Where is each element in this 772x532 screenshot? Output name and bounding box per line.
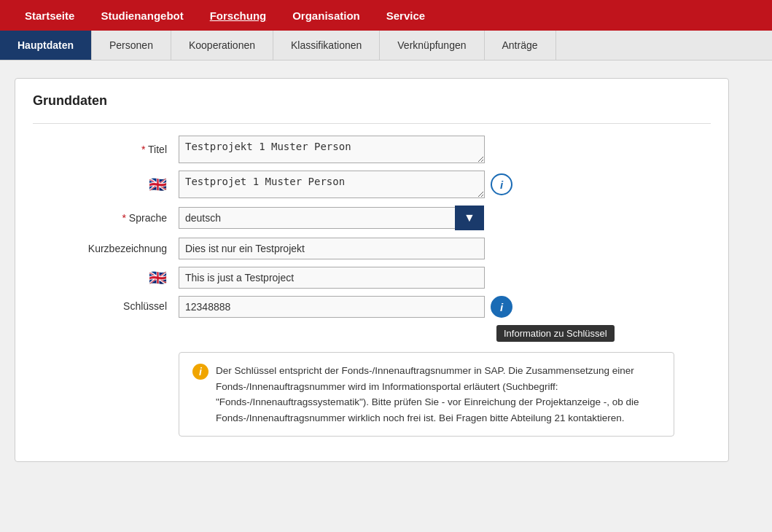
required-star: * bbox=[141, 144, 148, 155]
card-title: Grunddaten bbox=[33, 93, 711, 109]
schluessel-field-group: i Information zu Schlüssel i Der Schlüss… bbox=[179, 296, 711, 437]
titel-de-field-group bbox=[179, 136, 711, 163]
nav-forschung[interactable]: Forschung bbox=[197, 0, 280, 31]
uk-flag-kurz: 🇬🇧 bbox=[149, 270, 167, 286]
tab-bar: Hauptdaten Personen Kooperationen Klassi… bbox=[0, 31, 772, 60]
tab-antraege[interactable]: Anträge bbox=[485, 31, 556, 60]
tab-hauptdaten[interactable]: Hauptdaten bbox=[0, 31, 92, 60]
kurz-de-field-group bbox=[179, 238, 711, 259]
titel-de-row: * Titel bbox=[33, 136, 711, 163]
schluessel-label: Schlüssel bbox=[33, 296, 179, 312]
schluessel-tooltip-label: Information zu Schlüssel bbox=[496, 325, 615, 342]
titel-label: * Titel bbox=[33, 144, 179, 155]
required-star-sprache: * bbox=[122, 212, 129, 224]
info-circle-icon: i bbox=[192, 364, 208, 380]
kurz-de-input[interactable] bbox=[179, 238, 485, 259]
tab-personen[interactable]: Personen bbox=[92, 31, 171, 60]
sprache-select[interactable]: deutsch bbox=[179, 207, 456, 229]
kurz-en-input[interactable] bbox=[179, 267, 485, 289]
main-content: Grunddaten * Titel 🇬🇧 i bbox=[0, 60, 772, 480]
nav-service[interactable]: Service bbox=[373, 0, 438, 31]
uk-flag-titel: 🇬🇧 bbox=[149, 176, 167, 192]
titel-de-input[interactable] bbox=[179, 136, 485, 163]
top-navigation: Startseite Studienangebot Forschung Orga… bbox=[0, 0, 772, 31]
tab-verknuepfungen[interactable]: Verknüpfungen bbox=[380, 31, 484, 60]
titel-en-field-group: i bbox=[179, 171, 711, 198]
sprache-container: deutsch ▼ bbox=[179, 206, 484, 230]
nav-organisation[interactable]: Organisation bbox=[279, 0, 373, 31]
kurz-en-field-group bbox=[179, 267, 711, 289]
sprache-dropdown-btn[interactable]: ▼ bbox=[455, 206, 484, 230]
titel-en-input[interactable] bbox=[179, 171, 485, 198]
info-box-content: i Der Schlüssel entspricht der Fonds-/In… bbox=[192, 363, 660, 426]
sprache-label: * Sprache bbox=[33, 212, 179, 224]
grunddaten-card: Grunddaten * Titel 🇬🇧 i bbox=[15, 78, 729, 462]
kurz-de-row: Kurzbezeichnung bbox=[33, 238, 711, 259]
schluessel-info-button[interactable]: i bbox=[491, 296, 512, 318]
schluessel-input[interactable] bbox=[179, 296, 485, 318]
sprache-row: * Sprache deutsch ▼ bbox=[33, 206, 711, 230]
kurz-label: Kurzbezeichnung bbox=[33, 243, 179, 254]
kurz-en-row: 🇬🇧 bbox=[33, 267, 711, 289]
tab-kooperationen[interactable]: Kooperationen bbox=[171, 31, 273, 60]
schluessel-row: Schlüssel i Information zu Schlüssel i bbox=[33, 296, 711, 437]
kurz-en-label: 🇬🇧 bbox=[33, 269, 179, 286]
titel-en-info-button[interactable]: i bbox=[491, 173, 512, 195]
nav-startseite[interactable]: Startseite bbox=[12, 0, 87, 31]
nav-studienangebot[interactable]: Studienangebot bbox=[87, 0, 196, 31]
titel-en-label: 🇬🇧 bbox=[33, 176, 179, 193]
sprache-field-group: deutsch ▼ bbox=[179, 206, 711, 230]
schluessel-info-box: i Der Schlüssel entspricht der Fonds-/In… bbox=[179, 352, 674, 437]
form-section: * Titel 🇬🇧 i * Sprache bbox=[33, 123, 711, 437]
titel-en-row: 🇬🇧 i bbox=[33, 171, 711, 198]
tab-klassifikationen[interactable]: Klassifikationen bbox=[273, 31, 380, 60]
info-box-text: Der Schlüssel entspricht der Fonds-/Inne… bbox=[216, 363, 660, 426]
